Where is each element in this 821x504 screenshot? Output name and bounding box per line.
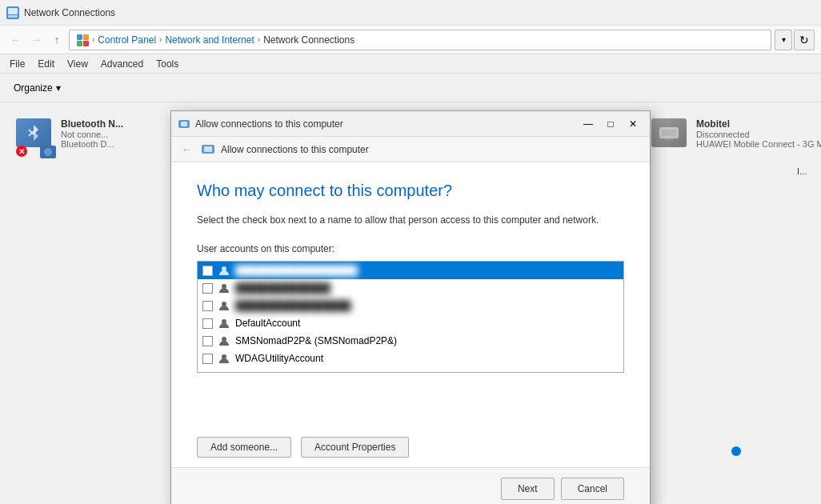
dialog-navbar: ← Allow connections to this computer xyxy=(171,137,650,162)
cancel-button[interactable]: Cancel xyxy=(561,478,624,500)
svg-rect-0 xyxy=(8,8,18,14)
dialog-titlebar: Allow connections to this computer — □ ✕ xyxy=(171,111,650,137)
svg-rect-3 xyxy=(83,34,89,40)
user-list-item[interactable]: SMSNomadP2P& (SMSNomadP2P&) xyxy=(198,332,623,350)
dialog-close-button[interactable]: ✕ xyxy=(623,115,643,133)
add-someone-button[interactable]: Add someone... xyxy=(197,437,291,458)
back-button[interactable]: ← xyxy=(6,31,24,49)
dialog-footer: Next Cancel xyxy=(171,467,650,504)
svg-rect-5 xyxy=(83,41,89,46)
svg-rect-11 xyxy=(181,122,187,126)
breadcrumb-control-panel[interactable]: Control Panel xyxy=(98,34,156,46)
user5-avatar xyxy=(218,334,230,347)
user1-avatar xyxy=(218,264,230,277)
title-bar: Network Connections xyxy=(0,0,821,26)
user-list-item[interactable]: ██████████████████ xyxy=(198,262,623,279)
user-list-item[interactable]: WDAGUtilityAccount xyxy=(198,350,623,367)
dialog-description: Select the check box next to a name to a… xyxy=(197,213,624,227)
title-bar-icon xyxy=(6,6,19,19)
dialog-actions: Add someone... Account Properties xyxy=(171,427,650,467)
user1-checkbox[interactable] xyxy=(202,266,213,276)
dialog-maximize-button[interactable]: □ xyxy=(600,115,621,133)
dialog-window-controls: — □ ✕ xyxy=(578,115,643,133)
dialog-body: Who may connect to this computer? Select… xyxy=(171,162,650,427)
user5-checkbox[interactable] xyxy=(202,336,213,346)
dialog-nav-title: Allow connections to this computer xyxy=(221,144,369,155)
user2-label: ██████████████ xyxy=(235,282,330,294)
user1-label: ██████████████████ xyxy=(235,265,358,276)
up-button[interactable]: ↑ xyxy=(48,31,66,49)
user-list-item[interactable]: █████████████████ xyxy=(198,297,623,314)
user6-checkbox[interactable] xyxy=(202,354,213,364)
svg-rect-2 xyxy=(77,34,82,40)
dialog-title-text: Allow connections to this computer xyxy=(195,118,578,130)
user-list-item[interactable]: ██████████████ xyxy=(198,279,623,297)
menu-edit[interactable]: Edit xyxy=(31,57,61,71)
next-button[interactable]: Next xyxy=(501,478,555,500)
forward-button[interactable]: → xyxy=(27,31,45,49)
organize-arrow: ▾ xyxy=(56,82,61,94)
address-dropdown[interactable]: ▾ xyxy=(775,30,792,50)
dialog-back-button[interactable]: ← xyxy=(178,141,195,158)
user-list: ██████████████████ ██████████████ xyxy=(197,261,624,373)
breadcrumb: › Control Panel › Network and Internet ›… xyxy=(69,30,771,50)
user-accounts-label: User accounts on this computer: xyxy=(197,243,624,254)
menu-file[interactable]: File xyxy=(3,57,31,71)
dialog-heading: Who may connect to this computer? xyxy=(197,182,624,200)
svg-rect-13 xyxy=(204,146,212,152)
user3-checkbox[interactable] xyxy=(202,301,213,311)
user3-label: █████████████████ xyxy=(235,300,351,311)
user5-label: SMSNomadP2P& (SMSNomadP2P&) xyxy=(235,335,397,346)
dialog-minimize-button[interactable]: — xyxy=(578,115,599,133)
dialog-title-icon xyxy=(178,118,190,130)
user-list-item[interactable]: DefaultAccount xyxy=(198,314,623,332)
menu-tools[interactable]: Tools xyxy=(150,57,185,71)
svg-rect-4 xyxy=(77,41,82,46)
toolbar: Organize ▾ xyxy=(0,74,821,102)
menu-advanced[interactable]: Advanced xyxy=(94,57,150,71)
user4-label: DefaultAccount xyxy=(235,318,300,329)
dialog-overlay: Allow connections to this computer — □ ✕… xyxy=(0,102,821,504)
menu-view[interactable]: View xyxy=(61,57,94,71)
control-panel-icon xyxy=(76,34,89,46)
svg-rect-1 xyxy=(8,15,18,18)
user2-checkbox[interactable] xyxy=(202,283,213,294)
breadcrumb-network-internet[interactable]: Network and Internet xyxy=(165,34,254,46)
user3-avatar xyxy=(218,299,230,312)
user4-avatar xyxy=(218,317,230,330)
breadcrumb-current: Network Connections xyxy=(263,34,354,46)
user4-checkbox[interactable] xyxy=(202,318,213,329)
allow-connections-dialog: Allow connections to this computer — □ ✕… xyxy=(170,110,651,504)
organize-label: Organize xyxy=(14,82,53,94)
user6-label: WDAGUtilityAccount xyxy=(235,353,323,364)
user6-avatar xyxy=(218,352,230,365)
refresh-button[interactable]: ↻ xyxy=(794,30,815,50)
dialog-nav-icon xyxy=(200,142,216,158)
menu-bar: File Edit View Advanced Tools xyxy=(0,54,821,74)
address-bar: ← → ↑ › Control Panel › Network and Inte… xyxy=(0,26,821,54)
user2-avatar xyxy=(218,282,230,294)
organize-button[interactable]: Organize ▾ xyxy=(6,78,68,98)
address-actions: ▾ ↻ xyxy=(775,30,815,50)
window-title: Network Connections xyxy=(24,7,115,18)
main-content: ✕ Bluetooth N... Not conne... Bluetooth … xyxy=(0,102,821,504)
account-properties-button[interactable]: Account Properties xyxy=(301,437,409,458)
